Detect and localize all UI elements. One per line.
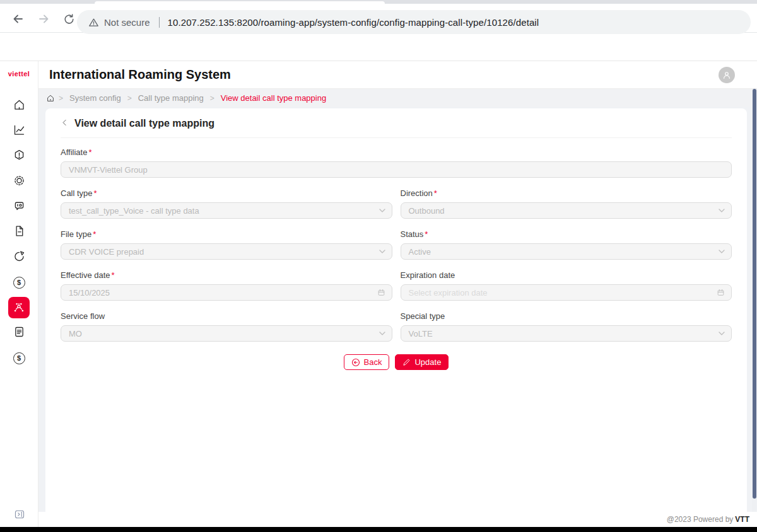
title-divider	[61, 137, 732, 138]
required-asterisk: *	[93, 229, 96, 239]
affiliate-label: Affiliate*	[61, 147, 732, 157]
required-asterisk: *	[434, 188, 437, 198]
edit-pencil-icon	[402, 358, 411, 366]
url-text[interactable]: 10.207.252.135:8200/roaming-app/system-c…	[168, 17, 539, 28]
breadcrumb-home-icon[interactable]	[46, 94, 55, 103]
sidebar-item-logs[interactable]	[6, 320, 32, 345]
sidebar-item-messages[interactable]	[6, 194, 32, 219]
effective-date-input[interactable]: 15/10/2025	[61, 284, 392, 301]
required-asterisk: *	[94, 188, 97, 198]
dollar-circle-icon: $	[13, 352, 25, 364]
expiration-date-label: Expiration date	[401, 270, 732, 280]
field-expiration-date: Expiration date Select expiration date	[401, 270, 732, 301]
field-affiliate: Affiliate* VNMVT-Viettel Group	[61, 147, 732, 178]
app-title: International Roaming System	[49, 67, 231, 82]
file-type-select[interactable]: CDR VOICE prepaid	[61, 243, 392, 260]
breadcrumb-item-system-config[interactable]: System config	[69, 93, 121, 103]
breadcrumb-item-call-type-mapping[interactable]: Call type mapping	[138, 93, 204, 103]
network-hub-icon	[8, 297, 30, 318]
sidebar-item-settings[interactable]	[6, 169, 32, 194]
sidebar-item-billing[interactable]: $	[6, 270, 32, 295]
field-file-type: File type* CDR VOICE prepaid	[61, 229, 392, 260]
update-button[interactable]: Update	[395, 354, 449, 370]
line-chart-icon	[13, 124, 26, 139]
call-type-label: Call type*	[61, 188, 392, 198]
sidebar-item-system-config[interactable]	[6, 295, 32, 320]
status-label: Status*	[401, 229, 732, 239]
required-asterisk: *	[112, 270, 115, 280]
browser-address-bar[interactable]: Not secure 10.207.252.135:8200/roaming-a…	[77, 10, 751, 34]
document-lines-icon	[13, 325, 26, 341]
browser-toolbar: Not secure 10.207.252.135:8200/roaming-a…	[0, 4, 757, 33]
viettel-logo: viettel	[8, 61, 30, 86]
browser-forward-icon[interactable]	[37, 12, 50, 26]
chevron-down-icon	[379, 332, 385, 336]
footer-copyright: @2023 Powered by	[667, 515, 734, 524]
sidebar-item-home[interactable]	[6, 93, 32, 119]
special-type-select[interactable]: VoLTE	[401, 325, 732, 342]
required-asterisk: *	[425, 229, 428, 239]
pie-chart-icon	[13, 250, 26, 265]
not-secure-warning-icon[interactable]	[88, 17, 99, 28]
chevron-down-icon	[379, 209, 385, 213]
chevron-down-icon	[719, 250, 725, 254]
affiliate-input[interactable]: VNMVT-Viettel Group	[61, 161, 732, 178]
field-status: Status* Active	[401, 229, 732, 260]
effective-date-label: Effective date*	[61, 270, 392, 280]
status-select[interactable]: Active	[401, 243, 732, 260]
bottom-letterbox-bar	[0, 527, 757, 532]
collapse-sidebar-icon	[14, 509, 25, 522]
breadcrumb: > System config > Call type mapping > Vi…	[38, 89, 757, 107]
footer: @2023 Powered by VTT	[38, 512, 757, 527]
breadcrumb-separator: >	[210, 94, 214, 103]
home-icon	[13, 98, 26, 114]
field-call-type: Call type* test_call_type_Voice - call t…	[61, 188, 392, 219]
sidebar-item-reports[interactable]	[6, 119, 32, 144]
direction-label: Direction*	[401, 188, 732, 198]
special-type-label: Special type	[401, 311, 732, 321]
scrollbar-thumb[interactable]	[753, 89, 756, 499]
chevron-down-icon	[379, 250, 385, 254]
back-button[interactable]: Back	[344, 354, 390, 370]
sidebar-item-alerts[interactable]	[6, 144, 32, 169]
document-icon	[13, 224, 26, 240]
app-header: International Roaming System	[38, 61, 757, 89]
breadcrumb-item-current: View detail call type mapping	[221, 93, 326, 103]
file-type-label: File type*	[61, 229, 392, 239]
detail-card: View detail call type mapping Affiliate*…	[45, 108, 747, 512]
sidebar-collapse-button[interactable]	[0, 509, 38, 522]
browser-back-icon[interactable]	[11, 12, 25, 26]
address-divider	[159, 17, 160, 28]
not-secure-label[interactable]: Not secure	[104, 17, 150, 28]
calendar-icon	[717, 289, 725, 297]
chevron-down-icon	[719, 209, 725, 213]
sidebar-item-files[interactable]	[6, 219, 32, 245]
page-title: View detail call type mapping	[74, 118, 214, 129]
alert-hexagon-icon	[13, 149, 26, 165]
sidebar-item-finance[interactable]: $	[6, 345, 32, 371]
call-type-select[interactable]: test_call_type_Voice - call type data	[61, 202, 392, 219]
user-avatar[interactable]	[719, 67, 735, 83]
service-flow-label: Service flow	[61, 311, 392, 321]
breadcrumb-separator: >	[59, 94, 63, 103]
back-circle-arrow-icon	[351, 358, 360, 367]
expiration-date-input[interactable]: Select expiration date	[401, 284, 732, 301]
page-back-chevron[interactable]	[61, 119, 72, 129]
service-flow-select[interactable]: MO	[61, 325, 392, 342]
sidebar: viettel $	[0, 61, 38, 527]
field-service-flow: Service flow MO	[61, 311, 392, 342]
field-special-type: Special type VoLTE	[401, 311, 732, 342]
chat-message-icon	[13, 199, 26, 215]
browser-reload-icon[interactable]	[62, 12, 76, 26]
sidebar-item-data[interactable]	[6, 245, 32, 270]
direction-select[interactable]: Outbound	[401, 202, 732, 219]
required-asterisk: *	[88, 147, 91, 157]
settings-gear-icon	[13, 174, 26, 190]
chevron-down-icon	[719, 332, 725, 336]
content-area: View detail call type mapping Affiliate*…	[38, 107, 757, 512]
field-effective-date: Effective date* 15/10/2025	[61, 270, 392, 301]
footer-brand: VTT	[735, 515, 749, 524]
calendar-icon	[377, 289, 385, 297]
breadcrumb-separator: >	[127, 94, 132, 103]
dollar-circle-icon: $	[13, 277, 25, 289]
